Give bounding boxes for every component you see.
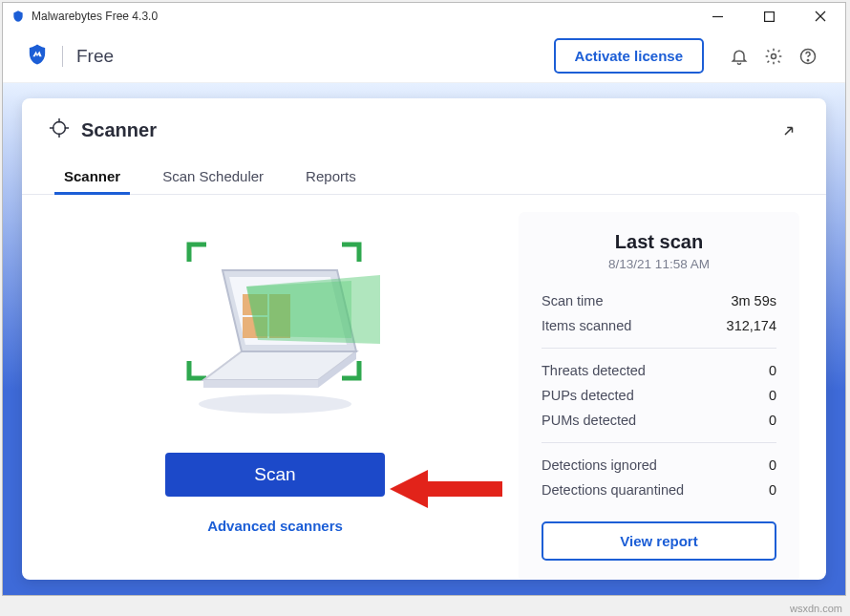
- stat-label: Threats detected: [542, 363, 646, 378]
- stat-label: PUPs detected: [542, 388, 634, 403]
- gear-icon[interactable]: [757, 40, 790, 73]
- tab-reports[interactable]: Reports: [302, 160, 360, 194]
- stat-row: PUMs detected 0: [542, 408, 776, 433]
- close-button[interactable]: [799, 3, 841, 30]
- maximize-button[interactable]: [748, 3, 790, 30]
- stat-label: Detections ignored: [542, 457, 657, 473]
- app-header: Free Activate license: [3, 30, 845, 83]
- stat-label: Scan time: [542, 293, 603, 308]
- license-tier: Free: [62, 46, 114, 67]
- scanner-card: Scanner Scanner Scan Scheduler Reports: [22, 98, 826, 580]
- svg-marker-14: [203, 380, 318, 388]
- app-window: Malwarebytes Free 4.3.0 Free Activate li…: [2, 2, 846, 596]
- stat-row: Detections quarantined 0: [542, 478, 776, 502]
- stat-value: 312,174: [727, 318, 776, 333]
- titlebar: Malwarebytes Free 4.3.0: [3, 3, 845, 30]
- stat-value: 0: [769, 457, 776, 473]
- scan-button[interactable]: Scan: [165, 453, 385, 497]
- tabs: Scanner Scan Scheduler Reports: [22, 160, 826, 195]
- stat-value: 3m 59s: [731, 293, 776, 308]
- help-icon[interactable]: [792, 40, 824, 73]
- activate-license-button[interactable]: Activate license: [554, 38, 704, 74]
- laptop-scan-illustration: [151, 218, 399, 428]
- stat-value: 0: [769, 388, 776, 403]
- stat-value: 0: [769, 363, 776, 378]
- last-scan-timestamp: 8/13/21 11:58 AM: [542, 257, 776, 271]
- stat-value: 0: [769, 482, 776, 498]
- stat-row: Items scanned 312,174: [542, 313, 776, 338]
- card-title-text: Scanner: [81, 119, 157, 141]
- view-report-button[interactable]: View report: [542, 521, 776, 561]
- stat-label: Items scanned: [542, 318, 631, 333]
- tab-scanner[interactable]: Scanner: [60, 160, 124, 194]
- stat-row: Scan time 3m 59s: [542, 288, 776, 313]
- card-title: Scanner: [49, 117, 157, 143]
- card-header: Scanner: [22, 98, 826, 157]
- svg-point-12: [199, 394, 351, 414]
- svg-marker-22: [246, 281, 351, 338]
- logo: Free: [24, 41, 114, 72]
- stat-row: PUPs detected 0: [542, 383, 776, 408]
- svg-point-6: [807, 59, 808, 60]
- svg-point-7: [53, 122, 66, 135]
- collapse-icon[interactable]: [782, 120, 799, 141]
- stat-row: Detections ignored 0: [542, 453, 776, 478]
- svg-rect-1: [764, 11, 774, 21]
- minimize-button[interactable]: [696, 3, 738, 30]
- tab-scan-scheduler[interactable]: Scan Scheduler: [159, 160, 267, 194]
- panel: Scan Advanced scanners Last scan 8/13/21…: [22, 195, 826, 580]
- stat-label: Detections quarantined: [542, 482, 684, 498]
- logo-icon: [24, 41, 51, 72]
- watermark: wsxdn.com: [790, 603, 842, 614]
- stat-value: 0: [769, 413, 776, 428]
- bell-icon[interactable]: [723, 40, 755, 73]
- stat-row: Threats detected 0: [542, 358, 776, 383]
- last-scan-panel: Last scan 8/13/21 11:58 AM Scan time 3m …: [519, 212, 799, 580]
- divider: [542, 442, 776, 443]
- scan-panel-left: Scan Advanced scanners: [51, 212, 499, 534]
- crosshair-icon: [49, 117, 70, 143]
- svg-point-4: [772, 53, 776, 58]
- divider: [542, 348, 776, 349]
- stat-label: PUMs detected: [542, 413, 636, 428]
- window-title: Malwarebytes Free 4.3.0: [32, 10, 158, 23]
- last-scan-title: Last scan: [542, 231, 776, 253]
- advanced-scanners-link[interactable]: Advanced scanners: [207, 518, 343, 534]
- app-icon: [11, 9, 26, 24]
